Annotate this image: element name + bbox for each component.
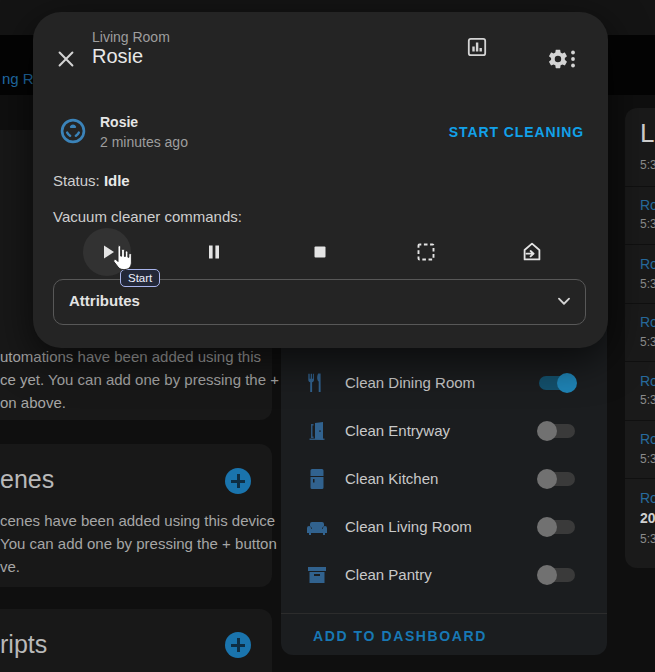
- silverware-icon: [305, 371, 329, 395]
- entity-row-label: Clean Dining Room: [345, 374, 475, 391]
- start-cleaning-button[interactable]: START CLEANING: [449, 124, 584, 140]
- sofa-icon: [305, 515, 329, 539]
- logbook-title-fragment: Lo: [640, 118, 655, 149]
- fridge-icon: [305, 467, 329, 491]
- entity-name: Rosie: [100, 114, 138, 130]
- logbook-entry-time: 5:3: [640, 335, 655, 349]
- status-line: Status: Idle: [53, 172, 130, 189]
- attributes-label: Attributes: [69, 292, 140, 309]
- scenes-empty-text-line2: You can add one by pressing the + button: [0, 532, 277, 555]
- automations-empty-text-line1: utomations have been added using this: [0, 345, 261, 368]
- add-scene-button[interactable]: [225, 468, 251, 494]
- toggle-living[interactable]: [537, 517, 577, 537]
- logbook-entry-name[interactable]: Ro: [640, 431, 655, 447]
- close-icon[interactable]: [55, 48, 77, 70]
- mouse-cursor-hand: [111, 243, 135, 273]
- scenes-title-fragment: enes: [0, 465, 54, 494]
- entity-row-dining: Clean Dining Room: [281, 359, 607, 407]
- logbook-entry-time: 5:3: [640, 277, 655, 291]
- entity-row-kitchen: Clean Kitchen: [281, 455, 607, 503]
- logbook-entry-name[interactable]: Ro: [640, 256, 655, 272]
- automations-empty-text-line3: on above.: [0, 391, 66, 414]
- entity-row-label: Clean Living Room: [345, 518, 472, 535]
- logbook-entry-time: 5:3: [640, 452, 655, 466]
- history-chart-icon[interactable]: [465, 35, 489, 59]
- automations-empty-text-line2: ce yet. You can add one by pressing the …: [0, 368, 279, 391]
- toggle-kitchen[interactable]: [537, 469, 577, 489]
- logbook-entry-time: 5:3: [640, 158, 655, 172]
- entity-row-living: Clean Living Room: [281, 503, 607, 551]
- logbook-entry-time: 5:3: [640, 532, 655, 546]
- logbook-entry-name[interactable]: Ro: [640, 197, 655, 213]
- toggle-entryway[interactable]: [537, 421, 577, 441]
- commands-label: Vacuum cleaner commands:: [53, 208, 242, 225]
- logbook-card: Lo 5:3 Ro 5:3 Ro 5:3 Ro 5:3 Ro 5:3 Ro 5:…: [625, 108, 655, 568]
- stop-icon[interactable]: [308, 240, 332, 264]
- status-value: Idle: [104, 172, 130, 189]
- status-label: Status:: [53, 172, 100, 189]
- more-info-dialog: Living Room Rosie Rosie 2 minutes ago ST…: [33, 12, 608, 348]
- logbook-entry-time: 5:3: [640, 393, 655, 407]
- dialog-title: Rosie: [92, 45, 143, 68]
- box-icon: [305, 563, 329, 587]
- scripts-title-fragment: ripts: [0, 630, 47, 659]
- clean-spot-icon[interactable]: [414, 240, 438, 264]
- add-script-button[interactable]: [225, 632, 251, 658]
- door-icon: [305, 419, 329, 443]
- logbook-entry-name[interactable]: Ro: [640, 373, 655, 389]
- entity-row-label: Clean Pantry: [345, 566, 432, 583]
- return-home-icon[interactable]: [520, 240, 544, 264]
- robot-vacuum-icon: [57, 115, 89, 147]
- scenes-empty-text-line1: cenes have been added using this device: [0, 509, 275, 532]
- logbook-entry-name[interactable]: Ro: [640, 314, 655, 330]
- more-menu-icon[interactable]: [565, 47, 581, 71]
- toggle-dining[interactable]: [537, 373, 577, 393]
- entity-row-label: Clean Entryway: [345, 422, 450, 439]
- entity-last-changed: 2 minutes ago: [100, 134, 188, 150]
- dialog-area-subtitle: Living Room: [92, 29, 170, 45]
- logbook-entry-detail: 20: [640, 510, 655, 526]
- pause-icon[interactable]: [202, 240, 226, 264]
- entity-row-pantry: Clean Pantry: [281, 551, 607, 599]
- entity-row-entryway: Clean Entryway: [281, 407, 607, 455]
- logbook-entry-name[interactable]: Ro: [640, 490, 655, 506]
- entity-row-label: Clean Kitchen: [345, 470, 438, 487]
- chevron-down-icon[interactable]: [553, 290, 575, 312]
- logbook-entry-time: 5:3: [640, 217, 655, 231]
- add-to-dashboard-button[interactable]: ADD TO DASHBOARD: [313, 628, 487, 644]
- toggle-pantry[interactable]: [537, 565, 577, 585]
- card-divider: [281, 613, 607, 614]
- scenes-empty-text-line3: ve.: [0, 555, 20, 578]
